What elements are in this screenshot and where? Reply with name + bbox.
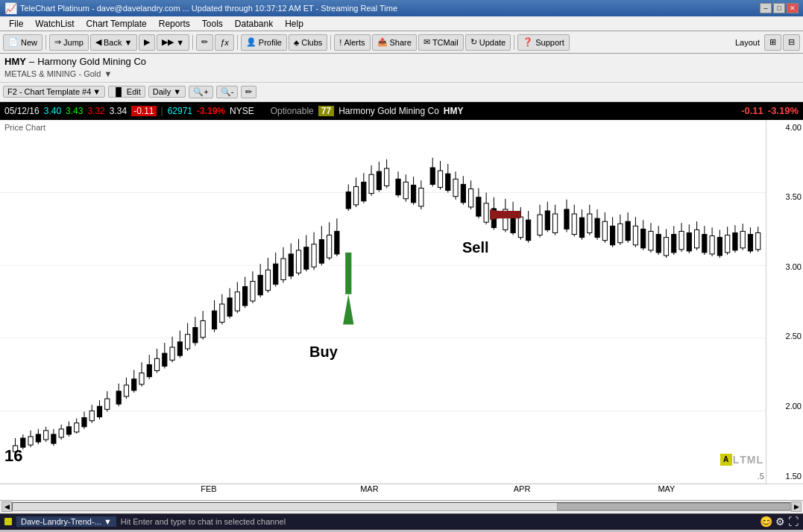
tcmail-button[interactable]: ✉ TCMail [418,34,464,51]
forward-button[interactable]: ▶ [139,34,155,51]
menu-databank[interactable]: Databank [229,17,279,31]
update-button[interactable]: ↻ Update [465,34,511,51]
svg-rect-89 [335,231,339,254]
menu-help[interactable]: Help [279,17,309,31]
y-label-200: 2.00 [768,402,802,411]
formula-button[interactable]: ƒx [215,34,234,51]
svg-rect-185 [725,235,730,252]
window-controls: – □ ✕ [760,3,799,13]
app-icon: 📈 [4,2,17,14]
legend-l2: L [756,454,763,466]
share-button[interactable]: 📤 Share [372,34,417,51]
quote-open: 3.40 [44,106,61,116]
period-selector[interactable]: Daily ▼ [148,86,186,98]
menu-file[interactable]: File [3,17,29,31]
main-chart-area: Price Chart 4.00 3.50 3.00 2.50 2.00 1.5… [0,120,803,500]
channel-button[interactable]: Dave-Landry-Trend-... ▼ [16,516,116,527]
x-label-may: MAY [658,484,675,493]
svg-rect-19 [59,428,63,437]
svg-rect-117 [453,179,458,196]
x-label-apr: APR [514,484,531,493]
layout-single-button[interactable]: ⊟ [783,34,800,51]
back-button[interactable]: ◀ Back ▼ [90,34,137,51]
new-button[interactable]: 📄 New [3,34,42,51]
minimize-button[interactable]: – [760,3,772,13]
clubs-button[interactable]: ♣ Clubs [289,34,327,51]
pencil-icon: ✏ [201,37,208,47]
quote-exchange: NYSE [230,106,254,116]
pencil-button[interactable]: ✏ [196,34,213,51]
zoom-out-button[interactable]: 🔍- [216,86,239,98]
scrollbar-track[interactable] [12,502,791,511]
stock-title-line: HMY – Harmony Gold Mining Co [4,55,799,69]
chat-hint: Hit Enter and type to chat in selected c… [121,517,286,526]
svg-rect-23 [75,422,79,431]
status-indicator [4,518,12,525]
menu-watchlist[interactable]: WatchList [29,17,80,31]
alerts-button[interactable]: ! Alerts [334,34,370,51]
svg-rect-75 [281,259,286,279]
maximize-button[interactable]: □ [773,3,785,13]
chart-toolbar: F2 - Chart Template #4 ▼ ▐▌ Edit Daily ▼… [0,83,803,102]
sector-dropdown-icon[interactable]: ▼ [104,69,112,80]
support-button[interactable]: ❓ Support [517,34,570,51]
svg-rect-93 [353,186,358,204]
share-icon: 📤 [377,37,388,47]
candlestick-chart [0,120,766,484]
menu-reports[interactable]: Reports [153,17,196,31]
svg-rect-61 [227,297,232,315]
menu-chart-template[interactable]: Chart Template [81,17,153,31]
svg-rect-15 [44,430,48,439]
layout-label: Layout [735,38,760,47]
profile-button[interactable]: 👤 Profile [241,34,287,51]
settings-icon[interactable]: ⚙ [775,516,785,528]
separator2 [192,35,193,50]
stock-company: Harmony Gold Mining Co [37,55,146,69]
toolbar: 📄 New ⇒ Jump ◀ Back ▼ ▶ ▶▶ ▼ ✏ ƒx 👤 Prof… [0,31,803,54]
legend-a-icon: A [720,454,732,466]
scroll-left-button[interactable]: ◀ [1,501,12,512]
template-dropdown-icon: ▼ [92,87,101,96]
svg-rect-139 [545,211,549,229]
x-label-feb: FEB [201,484,216,493]
close-button[interactable]: ✕ [787,3,799,13]
svg-rect-151 [595,218,599,237]
svg-rect-161 [633,226,637,244]
zoom-in-button[interactable]: 🔍+ [189,86,212,98]
jump-button[interactable]: ⇒ Jump [49,34,89,51]
menu-tools[interactable]: Tools [196,17,229,31]
svg-rect-65 [243,286,248,305]
svg-rect-95 [362,182,366,200]
x-label-mar: MAR [360,484,378,493]
svg-rect-133 [518,217,523,237]
legend-t: T [740,454,746,466]
svg-rect-197 [490,211,520,218]
svg-rect-175 [687,232,691,250]
svg-rect-103 [396,179,400,194]
svg-rect-167 [656,234,661,252]
draw-tool-button[interactable]: ✏ [241,86,256,98]
svg-rect-91 [346,191,350,208]
svg-rect-31 [105,399,110,409]
y-axis: 4.00 3.50 3.00 2.50 2.00 1.50 [766,120,803,484]
svg-rect-157 [618,224,623,242]
quote-badge: 77 [318,106,334,116]
quote-low: 3.32 [87,106,104,116]
x-axis: FEB MAR APR MAY [0,484,803,500]
svg-rect-37 [132,379,136,390]
template-selector[interactable]: F2 - Chart Template #4 ▼ [3,86,105,98]
scroll-right-button[interactable]: ▶ [791,501,802,512]
edit-button[interactable]: ▐▌ Edit [108,86,145,98]
tcmail-icon: ✉ [423,37,430,47]
smiley-icon[interactable]: 😊 [760,516,772,528]
stock-ticker: HMY [4,55,26,69]
svg-rect-137 [538,215,542,235]
svg-rect-63 [235,291,239,310]
title-text: TeleChart Platinum - dave@davelandry.com… [20,4,760,13]
price-chart-panel: Price Chart 4.00 3.50 3.00 2.50 2.00 1.5… [0,120,803,484]
scrollbar-thumb[interactable] [557,503,790,510]
fast-forward-button[interactable]: ▶▶ ▼ [157,34,189,51]
fullscreen-icon[interactable]: ⛶ [788,516,799,528]
svg-rect-181 [710,235,714,253]
layout-tile-button[interactable]: ⊞ [764,34,781,51]
